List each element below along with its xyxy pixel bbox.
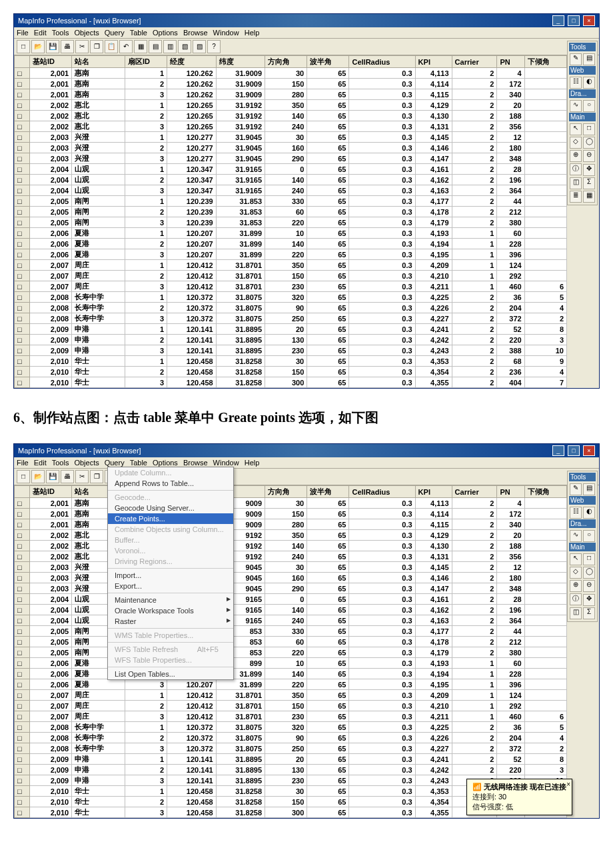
column-header[interactable]: 站名 bbox=[72, 56, 125, 68]
undo-icon[interactable]: ↶ bbox=[119, 40, 133, 53]
menu-query[interactable]: Query bbox=[105, 459, 125, 467]
table-row[interactable]: □2,003兴澄3120.27731.9045290650.34,1472348 bbox=[15, 153, 567, 164]
table-row[interactable]: □2,007周庄1120.41231.8701350650.34,2091124 bbox=[15, 260, 567, 271]
info-icon[interactable]: ⓘ bbox=[570, 593, 582, 605]
menu-help[interactable]: Help bbox=[245, 459, 260, 467]
tool-icon[interactable]: ☷ bbox=[570, 507, 582, 519]
tool-icon[interactable]: ≣ bbox=[570, 191, 582, 203]
tool-icon[interactable]: ○ bbox=[583, 100, 595, 112]
table-row[interactable]: □2,007周庄2120.41231.8701150650.34,2101292 bbox=[15, 271, 567, 281]
column-header[interactable]: 下倾角 bbox=[524, 56, 566, 68]
info-icon[interactable]: ⓘ bbox=[570, 163, 582, 175]
table-row[interactable]: □2,005南闸1120.23931.853330650.34,177244 bbox=[15, 196, 567, 207]
table-row[interactable]: □2,001惠南900930650.34,11324 bbox=[15, 498, 567, 509]
open-icon[interactable]: 📂 bbox=[31, 470, 45, 483]
table-row[interactable]: □2,002惠北2120.26531.9192140650.34,1302188 bbox=[15, 111, 567, 121]
tool-icon[interactable]: □ bbox=[583, 123, 595, 135]
main-label[interactable]: Main bbox=[569, 543, 596, 551]
column-header[interactable]: 方向角 bbox=[265, 486, 307, 498]
menu-help[interactable]: Help bbox=[245, 29, 260, 37]
table-row[interactable]: □2,004山观1120.34731.91650650.34,161228 bbox=[15, 164, 567, 175]
column-header[interactable]: 基站ID bbox=[30, 486, 72, 498]
menu-objects[interactable]: Objects bbox=[74, 459, 99, 467]
table-row[interactable]: □2,005南闸853220650.34,1792380 bbox=[15, 647, 567, 658]
maximize-button[interactable]: □ bbox=[568, 445, 580, 456]
new-browser-icon[interactable]: ▤ bbox=[149, 40, 162, 53]
menu-item[interactable]: Append Rows to Table... bbox=[108, 478, 233, 489]
table-row[interactable]: □2,008长寿中学2120.37231.807590650.34,226220… bbox=[15, 733, 567, 743]
data-grid[interactable]: 基站ID站名扇区ID经度纬度方向角波半角CellRadiusKPICarrier… bbox=[14, 485, 567, 818]
web-label[interactable]: Web bbox=[569, 496, 596, 505]
table-row[interactable]: □2,002惠北1120.26531.9192350650.34,129220 bbox=[15, 100, 567, 111]
table-row[interactable]: □2,005南闸85360650.34,1782212 bbox=[15, 637, 567, 647]
cut-icon[interactable]: ✂ bbox=[75, 470, 89, 483]
table-row[interactable]: □2,010华士3120.45831.8258300650.34,3552404… bbox=[15, 377, 567, 388]
table-row[interactable]: □2,004山观91650650.34,161228 bbox=[15, 594, 567, 605]
table-row[interactable]: □2,004山观3120.34731.9165240650.34,1632364 bbox=[15, 185, 567, 196]
menu-window[interactable]: Window bbox=[213, 29, 239, 37]
main-label[interactable]: Main bbox=[569, 113, 596, 121]
table-row[interactable]: □2,006夏港3120.20731.899220650.34,1951396 bbox=[15, 679, 567, 690]
table-row[interactable]: □2,005南闸853330650.34,177244 bbox=[15, 626, 567, 637]
print-icon[interactable]: 🖶 bbox=[61, 470, 74, 483]
table-row[interactable]: □2,007周庄2120.41231.8701150650.34,2101292 bbox=[15, 701, 567, 711]
menu-browse[interactable]: Browse bbox=[183, 29, 208, 37]
table-row[interactable]: □2,001惠南9009150650.34,1142172 bbox=[15, 509, 567, 519]
new-graph-icon[interactable]: ▥ bbox=[163, 40, 177, 53]
help-icon[interactable]: ? bbox=[207, 40, 221, 53]
menu-options[interactable]: Options bbox=[153, 29, 178, 37]
tool-icon[interactable]: ◫ bbox=[570, 177, 582, 189]
menu-table[interactable]: Table bbox=[130, 459, 147, 467]
tool-icon[interactable]: □ bbox=[583, 553, 595, 565]
table-row[interactable]: □2,008长寿中学1120.37231.8075320650.34,22523… bbox=[15, 292, 567, 303]
tool-icon[interactable]: ◫ bbox=[570, 607, 582, 619]
table-row[interactable]: □2,009申港1120.14131.889520650.34,2412528 bbox=[15, 754, 567, 765]
menu-item[interactable]: Maintenance bbox=[108, 595, 233, 605]
table-row[interactable]: □2,001惠南1120.26231.900930650.34,11324 bbox=[15, 68, 567, 79]
new-redistricter-icon[interactable]: ▨ bbox=[193, 40, 206, 53]
table-row[interactable]: □2,006夏港1120.20731.89910650.34,193160 bbox=[15, 228, 567, 239]
draw-label[interactable]: Dra... bbox=[569, 519, 596, 528]
table-row[interactable]: □2,003兴澄1120.27731.904530650.34,145212 bbox=[15, 132, 567, 143]
tool-icon[interactable]: ✥ bbox=[583, 594, 595, 606]
table-row[interactable]: □2,006夏港3120.20731.899220650.34,1951396 bbox=[15, 249, 567, 260]
web-label[interactable]: Web bbox=[569, 66, 596, 75]
close-button[interactable]: × bbox=[583, 445, 595, 456]
tool-icon[interactable]: ∿ bbox=[570, 100, 582, 112]
tool-icon[interactable]: ⊕ bbox=[570, 150, 582, 162]
tool-icon[interactable]: ○ bbox=[583, 530, 595, 542]
tool-icon[interactable]: ⊖ bbox=[583, 150, 595, 162]
copy-icon[interactable]: ❐ bbox=[90, 470, 103, 483]
close-button[interactable]: × bbox=[583, 15, 595, 26]
column-header[interactable]: 扇区ID bbox=[125, 56, 167, 68]
table-row[interactable]: □2,004山观9165140650.34,1622196 bbox=[15, 605, 567, 615]
tool-icon[interactable]: Σ bbox=[583, 607, 595, 619]
copy-icon[interactable]: ❐ bbox=[90, 40, 103, 53]
column-header[interactable]: PN bbox=[497, 486, 524, 498]
tools-label[interactable]: Tools bbox=[569, 473, 596, 481]
tool-icon[interactable]: ◯ bbox=[583, 567, 595, 579]
column-header[interactable]: 经度 bbox=[167, 56, 216, 68]
table-row[interactable]: □2,004山观9165240650.34,1632364 bbox=[15, 615, 567, 626]
menu-item[interactable]: Oracle Workspace Tools bbox=[108, 605, 233, 616]
table-menu-dropdown[interactable]: Update Column...Append Rows to Table...G… bbox=[107, 467, 234, 680]
tool-icon[interactable]: ∿ bbox=[570, 530, 582, 542]
table-row[interactable]: □2,008长寿中学3120.37231.8075250650.34,22723… bbox=[15, 743, 567, 754]
paste-icon[interactable]: 📋 bbox=[105, 40, 118, 53]
tool-icon[interactable]: ⊕ bbox=[570, 580, 582, 592]
tool-icon[interactable]: Σ bbox=[583, 177, 595, 189]
column-header[interactable]: PN bbox=[497, 56, 524, 68]
save-icon[interactable]: 💾 bbox=[46, 40, 59, 53]
table-row[interactable]: □2,003兴澄9045290650.34,1472348 bbox=[15, 583, 567, 594]
table-row[interactable]: □2,008长寿中学1120.37231.8075320650.34,22523… bbox=[15, 722, 567, 733]
tool-icon[interactable]: ◐ bbox=[583, 507, 595, 519]
balloon-close-icon[interactable]: × bbox=[566, 781, 570, 788]
minimize-button[interactable]: _ bbox=[552, 445, 564, 456]
menu-table[interactable]: Table bbox=[130, 29, 147, 37]
open-icon[interactable]: 📂 bbox=[31, 40, 45, 53]
menu-item[interactable]: Raster bbox=[108, 616, 233, 627]
table-row[interactable]: □2,009申港3120.14131.8895230650.34,2432388… bbox=[15, 345, 567, 356]
data-grid[interactable]: 基站ID站名扇区ID经度纬度方向角波半角CellRadiusKPICarrier… bbox=[14, 55, 567, 388]
column-header[interactable]: 波半角 bbox=[307, 56, 349, 68]
table-row[interactable]: □2,001惠南2120.26231.9009150650.34,1142172 bbox=[15, 79, 567, 89]
